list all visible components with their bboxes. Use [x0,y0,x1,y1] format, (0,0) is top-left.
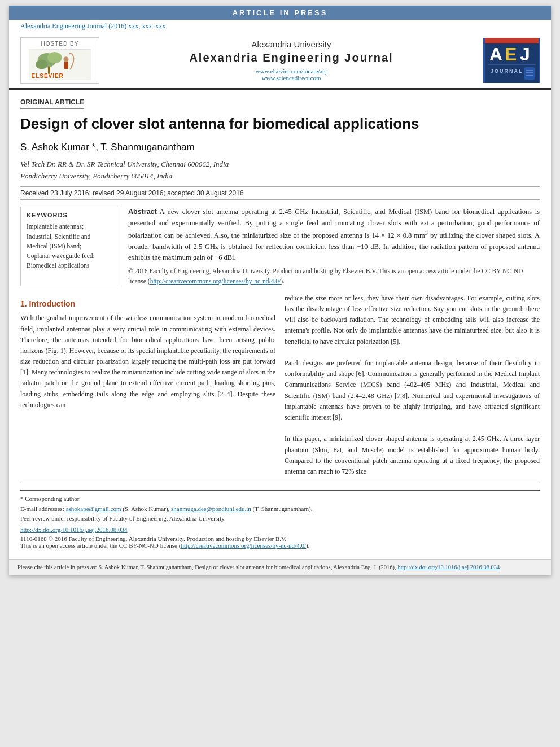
body-columns: 1. Introduction With the gradual improve… [20,293,540,477]
keywords-abstract-section: KEYWORDS Implantable antennas; Industria… [20,207,540,286]
issn-text: 1110-0168 © 2016 Faculty of Engineering,… [20,535,286,542]
peer-review-note: Peer review under responsibility of Facu… [20,514,540,524]
corresponding-author-note: * Corresponding author. [20,494,540,504]
citation-box: Please cite this article in press as: S.… [9,559,551,575]
banner-text: ARTICLE IN PRESS [233,8,328,17]
svg-text:E: E [505,44,517,64]
abstract-section: Abstract A new clover slot antenna opera… [128,207,540,286]
affiliation-2: Pondicherry University, Pondicherry 6050… [20,171,540,182]
citation-doi-link[interactable]: http://dx.doi.org/10.1016/j.aej.2016.08.… [397,564,500,570]
authors-text: S. Ashok Kumar *, T. Shanmuganantham [20,142,195,152]
keyword-2: Industrial, Scientific and [27,232,113,242]
journal-links: www.elsevier.com/locate/aej www.scienced… [105,68,478,81]
intro-right-text-2: Patch designs are preferred for implanta… [285,358,540,423]
affiliations: Vel Tech Dr. RR & Dr. SR Technical Unive… [20,159,540,182]
footnote-separator [20,490,540,491]
keyword-5: Biomedical applications [27,261,113,270]
issn-info: 1110-0168 © 2016 Faculty of Engineering,… [20,535,540,549]
copyright-line: © 2016 Faculty of Engineering, Alexandri… [128,267,540,286]
left-column: 1. Introduction With the gradual improve… [20,293,275,477]
section-1-title: 1. Introduction [20,298,275,310]
received-line: Received 23 July 2016; revised 29 August… [20,186,540,200]
aej-logo: A E J JOURNAL [483,38,540,83]
page-container: ARTICLE IN PRESS Alexandria Engineering … [9,6,551,575]
elsevier-image: ELSEVIER [29,49,91,80]
elsevier-url[interactable]: www.elsevier.com/locate/aej [256,68,327,75]
doi-line: http://dx.doi.org/10.1016/j.aej.2016.08.… [20,526,540,533]
intro-left-text: With the gradual improvement of the wire… [20,313,275,410]
journal-center: Alexandria University Alexandria Enginee… [105,40,478,81]
authors-line: S. Ashok Kumar *, T. Shanmuganantham [20,142,540,153]
footnote-section: * Corresponding author. E-mail addresses… [20,483,540,524]
abstract-text: Abstract A new clover slot antenna opera… [128,207,540,263]
cc-license-link[interactable]: http://creativecommons.org/licenses/by-n… [150,278,281,285]
article-in-press-banner: ARTICLE IN PRESS [9,6,551,20]
keyword-3: Medical (ISM) band; [27,242,113,251]
keywords-box: KEYWORDS Implantable antennas; Industria… [20,207,119,286]
header-section: HOSTED BY ELSEVIER [9,33,551,90]
right-column: reduce the size more or less, they have … [285,293,540,477]
elsevier-tree-illustration: ELSEVIER [29,49,91,80]
email-2-link[interactable]: shanmuga.dee@pondiuni.edu.in [171,505,251,512]
article-type-label: ORIGINAL ARTICLE [20,98,84,109]
svg-rect-9 [485,38,539,43]
main-content: ORIGINAL ARTICLE Design of clover slot a… [9,90,551,554]
intro-right-text-3: In this paper, a miniaturized clover sha… [285,434,540,477]
svg-rect-6 [64,62,68,69]
svg-text:JOURNAL: JOURNAL [491,68,523,74]
abstract-body: A new clover slot antenna operating at 2… [128,208,540,261]
abstract-label: Abstract [128,208,157,216]
svg-text:A: A [489,44,502,64]
svg-point-3 [36,59,48,68]
email-label: E-mail addresses: [20,505,64,512]
citation-text: Please cite this article in press as: S.… [18,564,396,570]
journal-title-header: Alexandria Engineering Journal [105,51,478,64]
svg-rect-15 [524,67,535,80]
journal-top-link[interactable]: Alexandria Engineering Journal (2016) xx… [20,22,165,30]
hosted-by-label: HOSTED BY [41,41,79,47]
affiliation-1: Vel Tech Dr. RR & Dr. SR Technical Unive… [20,159,540,171]
svg-text:ELSEVIER: ELSEVIER [32,72,64,78]
journal-link-top[interactable]: Alexandria Engineering Journal (2016) xx… [9,20,551,33]
sciencedirect-url[interactable]: www.sciencedirect.com [262,75,321,81]
email-footnote: E-mail addresses: ashokape@gmail.com (S.… [20,504,540,514]
paper-title: Design of clover slot antenna for biomed… [20,115,540,134]
open-access-link[interactable]: http://creativecommons.org/licenses/by-n… [181,542,306,549]
keyword-4: Coplanar waveguide feed; [27,251,113,261]
svg-point-2 [47,52,62,63]
svg-text:J: J [520,44,530,64]
elsevier-logo-box: HOSTED BY ELSEVIER [20,37,99,84]
aej-logo-svg: A E J JOURNAL [485,38,539,83]
email-1-author: (S. Ashok Kumar), [123,505,169,512]
keyword-1: Implantable antennas; [27,222,113,231]
keywords-title: KEYWORDS [27,212,113,219]
university-name: Alexandria University [105,40,478,49]
email-2-author: (T. Shanmuganantham). [253,505,313,512]
svg-point-5 [63,56,68,62]
doi-link[interactable]: http://dx.doi.org/10.1016/j.aej.2016.08.… [20,526,128,533]
email-1-link[interactable]: ashokape@gmail.com [66,505,121,512]
open-access-text: This is an open access article under the… [20,542,309,549]
intro-right-text: reduce the size more or less, they have … [285,293,540,347]
